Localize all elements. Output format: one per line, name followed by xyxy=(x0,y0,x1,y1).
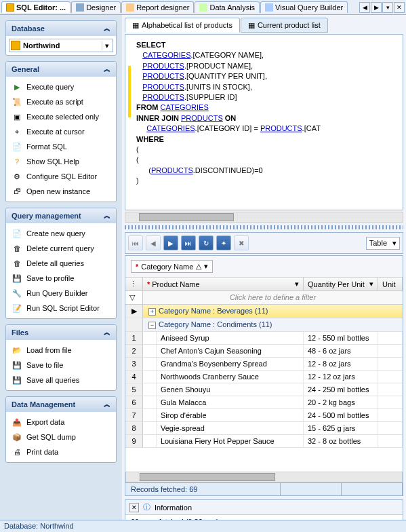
general-panel-header[interactable]: General ︽ xyxy=(6,62,116,77)
get-sql-dump[interactable]: 📦Get SQL dump xyxy=(9,430,113,444)
show-sql-help[interactable]: ?Show SQL Help xyxy=(9,154,113,169)
splitter[interactable] xyxy=(125,225,403,229)
indent-cell xyxy=(143,358,157,370)
designer-icon xyxy=(76,3,84,12)
editor-hscroll[interactable] xyxy=(125,212,403,223)
group-chip[interactable]: * Category Name △ ▾ xyxy=(131,260,213,273)
tab-close[interactable]: ✕ xyxy=(394,2,405,13)
menu-label: Run SQL Script Editor xyxy=(26,304,100,312)
cell-product: Louisiana Fiery Hot Pepper Sauce xyxy=(157,435,304,447)
tab-current-list[interactable]: ▦ Current product list xyxy=(241,18,328,33)
menu-label: Export data xyxy=(26,418,64,426)
table-row[interactable]: 2Chef Anton's Cajun Seasoning48 - 6 oz j… xyxy=(125,345,403,358)
export-data[interactable]: 📤Export data xyxy=(9,415,113,430)
run-query-builder[interactable]: 🔧Run Query Builder xyxy=(9,286,113,301)
grid-toolbar: ⏮ ◀ ▶ ⏭ ↻ ✦ ✖ Table ▾ xyxy=(125,232,403,254)
cell-quantity: 12 - 12 oz jars xyxy=(304,370,378,383)
format-sql[interactable]: 📄Format SQL xyxy=(9,139,113,154)
panel-title: Database xyxy=(12,24,45,33)
tab-alpha-list[interactable]: ▦ Alphabetical list of products xyxy=(125,18,240,33)
collapse-icon[interactable]: − xyxy=(148,322,156,329)
row-number: 8 xyxy=(125,422,143,434)
data-mgmt-header[interactable]: Data Management ︽ xyxy=(6,397,116,412)
open-new-instance[interactable]: 🗗Open new instance xyxy=(9,184,113,199)
table-row[interactable]: 4Northwoods Cranberry Sauce12 - 12 oz ja… xyxy=(125,370,403,383)
info-close-button[interactable]: ✕ xyxy=(129,503,139,512)
status-empty2 xyxy=(342,483,403,495)
cell-unit xyxy=(378,370,403,383)
group-by-bar[interactable]: * Category Name △ ▾ xyxy=(125,256,403,278)
view-mode-select[interactable]: Table ▾ xyxy=(366,237,400,250)
configure-sql-editor[interactable]: ⚙Configure SQL Editor xyxy=(9,169,113,184)
row-number: 2 xyxy=(125,345,143,357)
save-to-profile[interactable]: 💾Save to profile xyxy=(9,271,113,286)
table-row[interactable]: 7Sirop d'érable24 - 500 ml bottles xyxy=(125,409,403,422)
execute-at-cursor[interactable]: ⌖Execute at cursor xyxy=(9,124,113,139)
database-select[interactable]: Northwind ▾ xyxy=(9,39,113,52)
files-header[interactable]: Files ︽ xyxy=(6,325,116,340)
grid-header: ⋮ *Product Name▾ Quantity Per Unit▾ Unit xyxy=(125,278,403,291)
col-product-name[interactable]: *Product Name▾ xyxy=(143,278,304,290)
query-mgmt-header[interactable]: Query management ︽ xyxy=(6,208,116,223)
execute-selected[interactable]: ▣Execute selected only xyxy=(9,109,113,124)
table-row[interactable]: 1Aniseed Syrup12 - 550 ml bottles xyxy=(125,332,403,345)
script-icon: 📜 xyxy=(12,96,22,107)
table-row[interactable]: 3Grandma's Boysenberry Spread12 - 8 oz j… xyxy=(125,358,403,370)
delete-button[interactable]: ✖ xyxy=(234,235,249,250)
save-to-file[interactable]: 💾Save to file xyxy=(9,358,113,373)
group-row-beverages[interactable]: ▶ +Category Name : Beverages (11) xyxy=(125,305,403,318)
cell-unit xyxy=(378,358,403,370)
tab-report-designer[interactable]: Report designer xyxy=(121,1,194,13)
tab-scroll-left[interactable]: ◀ xyxy=(359,2,370,13)
row-number: 9 xyxy=(125,435,143,447)
execute-query[interactable]: ▶Execute query xyxy=(9,79,113,94)
delete-all-queries[interactable]: 🗑Delete all queries xyxy=(9,256,113,271)
create-new-query[interactable]: 📄Create new query xyxy=(9,226,113,241)
filter-row[interactable]: ▽ Click here to define a filter xyxy=(125,291,403,305)
cell-unit xyxy=(378,383,403,396)
tab-list[interactable]: ▾ xyxy=(382,2,393,13)
table-row[interactable]: 6Gula Malacca20 - 2 kg bags xyxy=(125,396,403,409)
load-from-file[interactable]: 📂Load from file xyxy=(9,343,113,358)
run-sql-script-editor[interactable]: 📝Run SQL Script Editor xyxy=(9,301,113,316)
tab-designer[interactable]: Designer xyxy=(71,1,121,13)
menu-label: Execute as script xyxy=(26,98,83,106)
execute-as-script[interactable]: 📜Execute as script xyxy=(9,94,113,109)
refresh-button[interactable]: ↻ xyxy=(199,235,214,250)
delete-current-query[interactable]: 🗑Delete current query xyxy=(9,241,113,256)
table-row[interactable]: 8Vegie-spread15 - 625 g jars xyxy=(125,422,403,435)
general-panel: General ︽ ▶Execute query 📜Execute as scr… xyxy=(5,61,117,202)
col-quantity[interactable]: Quantity Per Unit▾ xyxy=(304,278,378,290)
export-icon: 📤 xyxy=(12,417,22,428)
tab-visual-query[interactable]: Visual Query Builder xyxy=(260,1,348,13)
tab-sql-editor[interactable]: SQL Editor: ... xyxy=(1,1,70,13)
grid-body[interactable]: ▶ +Category Name : Beverages (11) −Categ… xyxy=(125,305,403,472)
insert-button[interactable]: ✦ xyxy=(216,235,231,250)
cell-unit xyxy=(378,422,403,434)
prev-record-button[interactable]: ◀ xyxy=(146,235,161,250)
row-indicator xyxy=(125,318,143,331)
next-record-button[interactable]: ▶ xyxy=(163,235,178,250)
table-icon: ▦ xyxy=(132,21,139,30)
last-record-button[interactable]: ⏭ xyxy=(181,235,196,250)
grid-hscroll[interactable] xyxy=(125,472,403,482)
first-record-button[interactable]: ⏮ xyxy=(128,235,143,250)
print-data[interactable]: 🖨Print data xyxy=(9,444,113,459)
database-panel: Database ︽ Northwind ▾ xyxy=(5,20,117,56)
save-all-queries[interactable]: 💾Save all queries xyxy=(9,373,113,387)
tab-label: Visual Query Builder xyxy=(275,3,343,12)
cell-unit xyxy=(378,435,403,447)
delete-icon: 🗑 xyxy=(12,243,22,254)
expand-icon[interactable]: + xyxy=(148,308,156,316)
database-panel-header[interactable]: Database ︽ xyxy=(6,21,116,36)
tab-data-analysis[interactable]: Data Analysis xyxy=(195,1,260,13)
change-gutter xyxy=(128,66,131,117)
tab-scroll-right[interactable]: ▶ xyxy=(371,2,382,13)
group-row-condiments[interactable]: −Category Name : Condiments (11) xyxy=(125,318,403,332)
filter-hint[interactable]: Click here to define a filter xyxy=(143,291,403,304)
col-unit[interactable]: Unit xyxy=(378,278,403,290)
tab-label: Alphabetical list of products xyxy=(142,21,232,29)
table-row[interactable]: 5Genen Shouyu24 - 250 ml bottles xyxy=(125,383,403,396)
table-row[interactable]: 9Louisiana Fiery Hot Pepper Sauce32 - 8 … xyxy=(125,435,403,448)
sql-editor[interactable]: SELECT CATEGORIES.[CATEGORY NAME], PRODU… xyxy=(125,34,403,210)
